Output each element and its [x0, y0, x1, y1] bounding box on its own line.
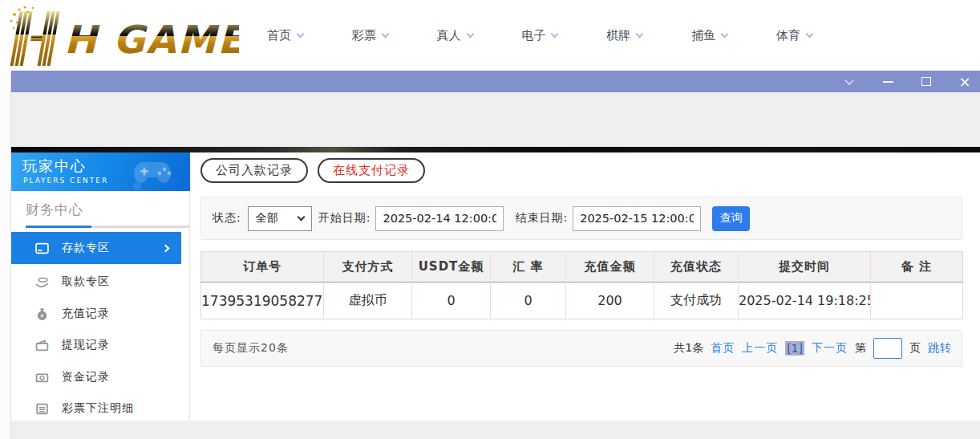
cell-exchange-rate: 0	[491, 283, 566, 319]
window-maximize-button[interactable]	[916, 74, 937, 90]
total-count-text: 共1条	[674, 341, 703, 356]
site-header: H GAME 首页 彩票 真人 电子 棋牌	[0, 0, 980, 71]
cell-recharge-status: 支付成功	[654, 283, 739, 319]
brand-logo[interactable]: H GAME	[6, 5, 239, 69]
page-input-suffix: 页	[909, 341, 921, 356]
chevron-down-icon	[636, 30, 644, 38]
table-row: 1739531905827775 虚拟币 0 0 200 支付成功 2025-0…	[201, 283, 963, 319]
hh-game-logo-icon: H GAME	[6, 5, 239, 69]
sidebar-item-deposit-zone[interactable]: 存款专区	[11, 232, 181, 264]
left-gutter	[0, 71, 11, 439]
sidebar-item-withdrawal-records[interactable]: 提现记录	[11, 329, 181, 361]
minimize-icon	[883, 81, 893, 83]
end-date-label: 结束日期:	[515, 211, 568, 226]
col-submit-time: 提交时间	[739, 252, 871, 283]
pagination-bar: 每页显示20条 共1条 首页 上一页 [1] 下一页 第 页 跳转	[200, 330, 962, 367]
prev-page-link[interactable]: 上一页	[742, 341, 778, 356]
window-minimize-button[interactable]	[877, 74, 898, 90]
table-header-row: 订单号 支付方式 USDT金额 汇 率 充值金额 充值状态 提交时间 备 注	[201, 252, 963, 283]
col-exchange-rate: 汇 率	[491, 252, 566, 283]
sidebar-item-fund-records[interactable]: 资金记录	[11, 361, 181, 393]
start-date-label: 开始日期:	[318, 211, 371, 226]
start-date-input[interactable]	[375, 206, 504, 231]
page-input-prefix: 第	[855, 341, 866, 356]
page-number-input[interactable]	[873, 338, 902, 359]
finance-center-label: 财务中心	[26, 201, 83, 219]
cell-order-number: 1739531905827775	[201, 283, 324, 319]
chevron-down-icon	[806, 30, 814, 38]
first-page-link[interactable]: 首页	[711, 341, 735, 356]
cell-payment-method: 虚拟币	[324, 283, 412, 319]
record-tabs: 公司入款记录 在线支付记录	[200, 158, 425, 183]
players-center-header: 玩家中心 PLAYERS CENTER	[11, 152, 190, 191]
end-date-input[interactable]	[573, 206, 701, 231]
window-titlebar: ×	[11, 71, 980, 92]
pagination-controls: 共1条 首页 上一页 [1] 下一页 第 页 跳转	[674, 338, 952, 359]
main-nav: 首页 彩票 真人 电子 棋牌 捕鱼	[267, 0, 812, 71]
spacer-band	[11, 92, 980, 147]
cell-recharge-amount: 200	[566, 283, 654, 319]
window-controls: ×	[839, 71, 975, 92]
main-panel: 公司入款记录 在线支付记录 状态: 全部 开始日期: 结束日期: 查询	[200, 152, 962, 421]
chevron-down-icon	[381, 30, 389, 38]
page: H GAME 首页 彩票 真人 电子 棋牌	[0, 0, 980, 439]
money-bag-icon: ¥	[35, 307, 49, 321]
cell-usdt-amount: 0	[412, 283, 491, 319]
gamepad-icon	[126, 156, 182, 191]
chevron-down-icon	[466, 30, 474, 38]
filter-bar: 状态: 全部 开始日期: 结束日期: 查询	[200, 197, 962, 240]
nav-item-sports[interactable]: 体育	[776, 28, 812, 43]
col-remarks: 备 注	[871, 252, 963, 283]
col-recharge-amount: 充值金额	[566, 252, 654, 283]
window-close-button[interactable]: ×	[954, 74, 975, 90]
sidebar-item-withdraw-zone[interactable]: 取款专区	[11, 266, 181, 298]
col-order-number: 订单号	[201, 252, 324, 283]
payment-records-table: 订单号 支付方式 USDT金额 汇 率 充值金额 充值状态 提交时间 备 注 1…	[200, 251, 963, 319]
query-button[interactable]: 查询	[712, 206, 750, 231]
wallet-icon	[35, 339, 49, 352]
nav-item-board[interactable]: 棋牌	[606, 28, 642, 43]
nav-item-home[interactable]: 首页	[267, 28, 303, 43]
cash-icon	[35, 371, 49, 384]
chevron-down-icon	[844, 75, 853, 84]
sidebar-item-lottery-bet-details[interactable]: 彩票下注明细	[11, 392, 181, 425]
content-area: 玩家中心 PLAYERS CENTER 财务中心	[11, 152, 980, 421]
list-document-icon	[35, 402, 49, 416]
cell-submit-time: 2025-02-14 19:18:25	[739, 283, 871, 319]
chevron-down-icon	[297, 213, 305, 221]
tab-company-deposit-records[interactable]: 公司入款记录	[200, 158, 308, 183]
bottom-strip	[11, 421, 980, 439]
status-select[interactable]: 全部	[248, 206, 312, 231]
nav-item-slots[interactable]: 电子	[521, 28, 557, 43]
nav-item-fishing[interactable]: 捕鱼	[691, 28, 727, 43]
current-page-indicator: [1]	[785, 341, 804, 356]
bank-card-icon	[35, 242, 49, 255]
window-dropdown-button[interactable]	[839, 74, 860, 90]
section-underline	[26, 226, 189, 228]
dark-divider-bar	[11, 147, 980, 152]
svg-text:¥: ¥	[40, 312, 44, 319]
sidebar: 玩家中心 PLAYERS CENTER 财务中心	[11, 152, 190, 421]
col-usdt-amount: USDT金额	[412, 252, 491, 283]
chevron-right-icon	[162, 244, 170, 252]
svg-text:H GAME: H GAME	[64, 17, 239, 62]
next-page-link[interactable]: 下一页	[812, 341, 848, 356]
tab-online-payment-records[interactable]: 在线支付记录	[318, 158, 425, 183]
players-center-subtitle: PLAYERS CENTER	[23, 177, 108, 185]
hand-money-icon	[35, 275, 49, 289]
close-icon: ×	[958, 75, 970, 89]
chevron-down-icon	[721, 30, 729, 38]
col-recharge-status: 充值状态	[654, 252, 739, 283]
maximize-icon	[921, 77, 931, 86]
cell-remarks	[871, 283, 963, 319]
players-center-title: 玩家中心	[22, 156, 87, 176]
nav-item-lottery[interactable]: 彩票	[352, 28, 388, 43]
nav-item-live[interactable]: 真人	[437, 28, 473, 43]
status-label: 状态:	[213, 211, 241, 226]
sidebar-item-recharge-records[interactable]: ¥ 充值记录	[11, 298, 181, 330]
jump-link[interactable]: 跳转	[928, 341, 952, 356]
col-payment-method: 支付方式	[324, 252, 412, 283]
chevron-down-icon	[551, 30, 559, 38]
chevron-down-icon	[297, 30, 305, 38]
page-size-text: 每页显示20条	[213, 341, 289, 356]
